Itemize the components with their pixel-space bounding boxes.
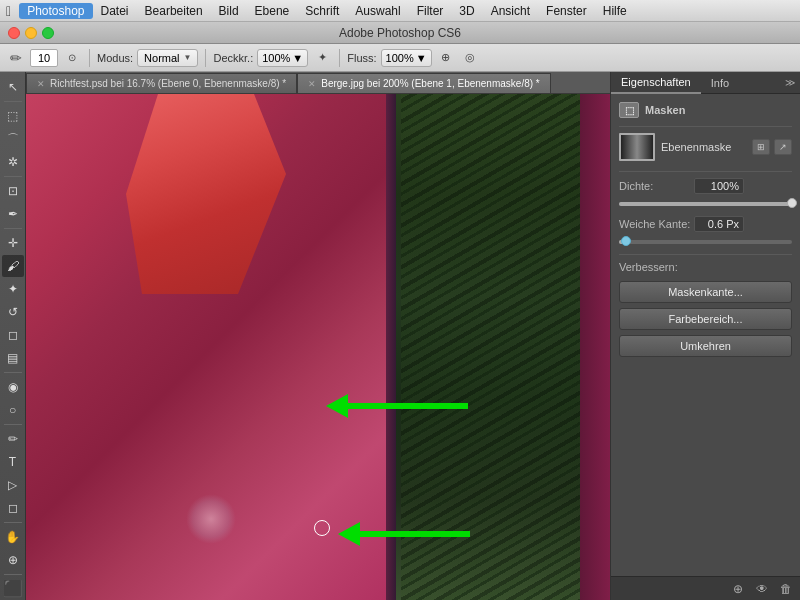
menu-hilfe[interactable]: Hilfe	[595, 3, 635, 19]
dichte-slider-track[interactable]	[619, 202, 792, 206]
brush-size-input[interactable]: 10	[30, 49, 58, 67]
separator-2	[205, 49, 206, 67]
menu-photoshop[interactable]: Photoshop	[19, 3, 92, 19]
verbessern-row: Verbessern:	[619, 261, 792, 273]
minimize-button[interactable]	[25, 27, 37, 39]
eraser-tool[interactable]: ◻	[2, 324, 24, 346]
maskenkante-button[interactable]: Maskenkante...	[619, 281, 792, 303]
apple-logo-icon[interactable]: 	[6, 3, 11, 19]
farbebereich-button[interactable]: Farbebereich...	[619, 308, 792, 330]
trash-icon[interactable]: 🗑	[778, 581, 794, 597]
divider-1	[619, 126, 792, 127]
masken-section-icon: ⬚	[619, 102, 639, 118]
weiche-slider-row[interactable]	[619, 240, 792, 244]
hand-tool[interactable]: ✋	[2, 526, 24, 548]
tool-separator-1	[4, 101, 22, 102]
brush-tool-icon[interactable]: ✏	[6, 48, 26, 68]
tab-label-1: Richtfest.psd bei 16.7% (Ebene 0, Ebenen…	[50, 78, 286, 89]
menu-filter[interactable]: Filter	[409, 3, 452, 19]
dichte-value: 100%	[694, 178, 744, 194]
menu-bild[interactable]: Bild	[211, 3, 247, 19]
tab-close-icon-2[interactable]: ✕	[308, 79, 316, 89]
document-tabs: ✕ Richtfest.psd bei 16.7% (Ebene 0, Eben…	[26, 72, 610, 94]
dichte-slider-fill	[619, 202, 792, 206]
tab-close-icon-1[interactable]: ✕	[37, 79, 45, 89]
pen-tool[interactable]: ✏	[2, 428, 24, 450]
close-button[interactable]	[8, 27, 20, 39]
brush-cursor	[314, 520, 330, 536]
rectangle-select-tool[interactable]: ⬚	[2, 105, 24, 127]
window-controls	[8, 27, 54, 39]
menu-bearbeiten[interactable]: Bearbeiten	[137, 3, 211, 19]
opacity-input[interactable]: 100% ▼	[257, 49, 308, 67]
opacity-label: Deckkr.:	[213, 52, 253, 64]
lasso-tool[interactable]: ⌒	[2, 128, 24, 150]
tablet-icon[interactable]: ⊕	[436, 48, 456, 68]
brush-preview-icon[interactable]: ⊙	[62, 48, 82, 68]
heal-tool[interactable]: ✛	[2, 232, 24, 254]
flow-label: Fluss:	[347, 52, 376, 64]
tool-separator-6	[4, 522, 22, 523]
properties-panel: Eigenschaften Info ≫ ⬚ Masken Ebenenmask…	[610, 72, 800, 600]
menu-datei[interactable]: Datei	[93, 3, 137, 19]
dichte-slider-thumb[interactable]	[787, 198, 797, 208]
dichte-slider-row[interactable]	[619, 202, 792, 206]
tool-separator-4	[4, 372, 22, 373]
magic-wand-tool[interactable]: ✲	[2, 151, 24, 173]
blur-tool[interactable]: ◉	[2, 376, 24, 398]
tab-berge[interactable]: ✕ Berge.jpg bei 200% (Ebene 1, Ebenenmas…	[297, 73, 550, 93]
panel-menu-icon[interactable]: ≫	[780, 77, 800, 88]
tab-eigenschaften[interactable]: Eigenschaften	[611, 72, 701, 94]
flow-input[interactable]: 100% ▼	[381, 49, 432, 67]
weiche-label: Weiche Kante:	[619, 218, 694, 230]
document-canvas[interactable]	[26, 94, 610, 600]
divider-3	[619, 254, 792, 255]
separator	[89, 49, 90, 67]
move-tool[interactable]: ↖	[2, 76, 24, 98]
menu-auswahl[interactable]: Auswahl	[347, 3, 408, 19]
dodge-tool[interactable]: ○	[2, 399, 24, 421]
clone-tool[interactable]: ✦	[2, 278, 24, 300]
target-icon[interactable]: ⊕	[730, 581, 746, 597]
weiche-slider-track[interactable]	[619, 240, 792, 244]
panel-tabs: Eigenschaften Info ≫	[611, 72, 800, 94]
shape-tool[interactable]: ◻	[2, 497, 24, 519]
path-select-tool[interactable]: ▷	[2, 474, 24, 496]
tablet2-icon[interactable]: ◎	[460, 48, 480, 68]
gradient-tool[interactable]: ▤	[2, 347, 24, 369]
menu-schrift[interactable]: Schrift	[297, 3, 347, 19]
menu-fenster[interactable]: Fenster	[538, 3, 595, 19]
crop-tool[interactable]: ⊡	[2, 180, 24, 202]
history-tool[interactable]: ↺	[2, 301, 24, 323]
maximize-button[interactable]	[42, 27, 54, 39]
tool-separator-3	[4, 228, 22, 229]
mode-dropdown[interactable]: Normal ▼	[137, 49, 198, 67]
menu-3d[interactable]: 3D	[451, 3, 482, 19]
tab-info[interactable]: Info	[701, 72, 739, 94]
tab-label-2: Berge.jpg bei 200% (Ebene 1, Ebenenmaske…	[321, 78, 539, 89]
weiche-slider-thumb[interactable]	[621, 236, 631, 246]
menu-ansicht[interactable]: Ansicht	[483, 3, 538, 19]
flow-arrow-icon: ▼	[416, 52, 427, 64]
tool-separator-5	[4, 424, 22, 425]
window-title: Adobe Photoshop CS6	[339, 26, 461, 40]
options-bar: ✏ 10 ⊙ Modus: Normal ▼ Deckkr.: 100% ▼ ✦…	[0, 44, 800, 72]
right-strip	[580, 94, 610, 600]
brush-tool[interactable]: 🖌	[2, 255, 24, 277]
umkehren-button[interactable]: Umkehren	[619, 335, 792, 357]
menu-ebene[interactable]: Ebene	[247, 3, 298, 19]
mask-options-icon[interactable]: ↗	[774, 139, 792, 155]
eyedropper-tool[interactable]: ✒	[2, 203, 24, 225]
mask-link-icon[interactable]: ⊞	[752, 139, 770, 155]
panel-content: ⬚ Masken Ebenenmaske ⊞ ↗ Dichte: 100%	[611, 94, 800, 576]
foreground-color[interactable]: ⬛	[2, 578, 24, 600]
tool-separator-7	[4, 574, 22, 575]
airbrush-icon[interactable]: ✦	[312, 48, 332, 68]
text-tool[interactable]: T	[2, 451, 24, 473]
separator-3	[339, 49, 340, 67]
zoom-tool[interactable]: ⊕	[2, 549, 24, 571]
dropdown-arrow-icon: ▼	[184, 53, 192, 62]
dichte-label: Dichte:	[619, 180, 694, 192]
tab-richtfest[interactable]: ✕ Richtfest.psd bei 16.7% (Ebene 0, Eben…	[26, 73, 297, 93]
eye-icon[interactable]: 👁	[754, 581, 770, 597]
